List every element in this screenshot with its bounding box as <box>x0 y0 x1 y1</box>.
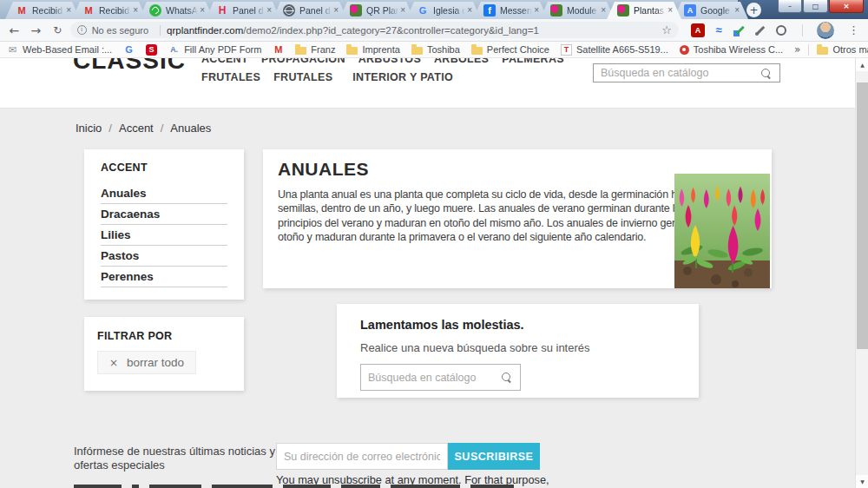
breadcrumb: Inicio / Accent / Anuales <box>76 122 211 135</box>
bookmark-folder-toshiba[interactable]: Toshiba <box>411 44 460 55</box>
sidebar-item-pastos[interactable]: Pastos <box>101 246 227 267</box>
tab-modules[interactable]: Module <box>540 2 615 19</box>
ring-extension-icon[interactable] <box>774 23 788 37</box>
bookmark-fill-any-pdf[interactable]: Fill Any PDF Form <box>168 44 261 56</box>
subscribe-button[interactable]: SUSCRIBIRSE <box>448 443 540 470</box>
tab-label: Messen <box>500 5 532 16</box>
bookmarks-overflow-icon[interactable]: » <box>794 43 800 56</box>
tab-whatsapp[interactable]: WhatsA <box>139 2 214 19</box>
sidebar-title[interactable]: ACCENT <box>101 162 227 174</box>
breadcrumb-accent[interactable]: Accent <box>119 122 154 135</box>
tab-plantas-active[interactable]: Plantas <box>607 2 681 19</box>
bookmark-gmail[interactable] <box>273 44 284 56</box>
close-icon[interactable] <box>66 6 71 15</box>
breadcrumb-inicio[interactable]: Inicio <box>76 122 102 135</box>
bookmark-google[interactable] <box>123 44 135 56</box>
newsletter-email-input[interactable] <box>277 451 447 463</box>
waves-extension-icon[interactable] <box>712 23 726 37</box>
celosia-flowers-photo <box>674 174 770 288</box>
nav-item-palmeras[interactable]: PALMERAS <box>502 58 564 65</box>
tab-panel-1[interactable]: Panel d <box>206 2 280 19</box>
pen-extension-icon[interactable] <box>733 23 746 37</box>
browser-window: Recibid Recibid WhatsA Panel d Panel d Q… <box>0 0 868 488</box>
nav-item-accent[interactable]: ACCENT <box>201 58 248 65</box>
nav-item-frutales-2[interactable]: FRUTALES <box>273 71 332 83</box>
bookmark-web-based-email[interactable]: Web-Based Email :... <box>7 44 112 56</box>
bookmark-s[interactable] <box>146 44 157 56</box>
url-host: qrplantfinder.com <box>167 25 243 36</box>
nav-item-frutales-1[interactable]: FRUTALES <box>201 71 260 83</box>
close-icon[interactable] <box>133 6 138 15</box>
cutoff-text <box>74 485 122 488</box>
forward-button[interactable]: → <box>25 23 47 37</box>
s-red-icon <box>146 44 157 56</box>
catalog-search-input[interactable] <box>361 372 502 384</box>
header-search-input[interactable] <box>594 67 761 79</box>
bookmark-toshiba-wireless[interactable]: Toshiba Wireless C... <box>680 44 783 55</box>
sidebar-item-lilies[interactable]: Lilies <box>101 225 227 246</box>
profile-avatar[interactable] <box>817 22 834 39</box>
maximize-button[interactable] <box>803 0 828 13</box>
tab-recibidos-1[interactable]: Recibid <box>5 2 80 19</box>
bookmark-folder-imprenta[interactable]: Imprenta <box>346 44 399 55</box>
tab-panel-2[interactable]: Panel d <box>273 2 347 19</box>
category-card: ANUALES Una planta anual es una planta q… <box>263 149 772 288</box>
sidebar-item-anuales[interactable]: Anuales <box>101 183 227 204</box>
search-icon[interactable] <box>502 373 511 382</box>
eyedropper-extension-icon[interactable] <box>753 23 767 37</box>
close-icon[interactable] <box>467 6 472 15</box>
bookmark-folder-otros-marcadores[interactable]: Otros marcadores <box>817 44 868 55</box>
tab-qr-plant[interactable]: QR Plan <box>339 2 414 19</box>
minimize-button[interactable] <box>778 0 802 13</box>
bookmark-star-icon[interactable]: ☆ <box>661 23 672 36</box>
browser-menu-icon[interactable]: ⋮ <box>848 23 859 36</box>
sidebar-item-perennes[interactable]: Perennes <box>101 267 227 287</box>
tab-messenger[interactable]: Messen <box>473 2 548 19</box>
page-scrollbar[interactable]: ▲ ▼ <box>855 58 868 488</box>
site-favicon <box>617 4 629 16</box>
tab-label: WhatsA <box>166 5 198 16</box>
bookmark-satellite[interactable]: Satellite A665-S519... <box>561 44 668 56</box>
address-bar[interactable]: No es seguro qrplantfinder.com/demo2/ind… <box>70 22 679 38</box>
cutoff-text <box>132 485 139 488</box>
scrollbar-thumb[interactable] <box>857 82 868 349</box>
close-window-button[interactable] <box>829 0 864 13</box>
close-icon[interactable] <box>333 6 339 15</box>
bookmark-folder-franz[interactable]: Franz <box>295 44 335 55</box>
nav-item-arboles[interactable]: ÁRBOLES <box>434 58 489 65</box>
url-path: /demo2/index.php?id_category=27&controll… <box>243 25 538 36</box>
tab-google-translate[interactable]: Google <box>674 2 748 19</box>
clear-filters-label: borrar todo <box>127 356 184 369</box>
tab-recibidos-2[interactable]: Recibid <box>72 2 147 19</box>
bookmark-folder-perfect-choice[interactable]: Perfect Choice <box>471 44 549 55</box>
google-icon <box>417 4 429 16</box>
nav-item-arbustos[interactable]: ARBUSTOS <box>358 58 421 65</box>
new-tab-button[interactable]: + <box>746 3 761 17</box>
scroll-up-icon[interactable]: ▲ <box>856 58 868 71</box>
close-icon[interactable] <box>734 6 740 15</box>
wireless-icon <box>680 45 689 55</box>
close-icon[interactable] <box>601 6 606 15</box>
close-icon[interactable] <box>534 6 539 15</box>
tab-iglesia[interactable]: Iglesia d <box>406 2 481 19</box>
close-icon[interactable] <box>400 6 405 15</box>
back-button[interactable]: ← <box>3 23 25 37</box>
nav-item-interior-y-patio[interactable]: INTERIOR Y PATIO <box>352 71 453 83</box>
clear-filters-button[interactable]: × borrar todo <box>97 351 196 374</box>
search-icon[interactable] <box>761 69 771 78</box>
drop-bar <box>756 26 765 35</box>
close-icon[interactable] <box>266 6 272 15</box>
scroll-down-icon[interactable]: ▼ <box>856 475 868 488</box>
adobe-pdf-extension-icon[interactable] <box>691 23 705 37</box>
nav-item-propagacion[interactable]: PROPAGACIÓN <box>261 58 345 65</box>
info-icon[interactable] <box>77 25 87 35</box>
nav-row-1: ACCENT PROPAGACIÓN ARBUSTOS ÁRBOLES PALM… <box>201 58 583 65</box>
site-logo[interactable]: CLASSIC <box>73 58 186 75</box>
close-icon[interactable] <box>200 6 205 15</box>
folder-icon <box>471 47 483 55</box>
reload-button[interactable]: ↻ <box>47 24 69 36</box>
sidebar-item-dracaenas[interactable]: Dracaenas <box>101 204 227 225</box>
tab-label: Panel d <box>233 5 265 16</box>
close-icon[interactable] <box>667 6 673 15</box>
no-results-title: Lamentamos las molestias. <box>360 318 699 332</box>
